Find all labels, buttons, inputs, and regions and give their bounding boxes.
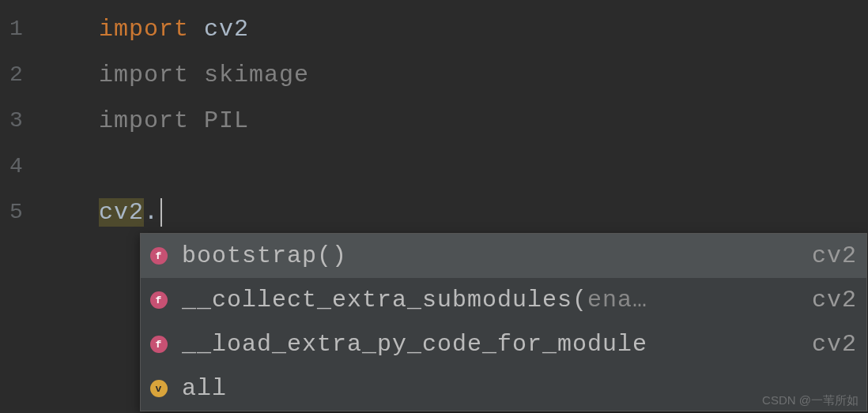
variable-icon: v — [150, 380, 168, 397]
line-number: 4 — [9, 152, 43, 197]
text-cursor — [160, 198, 162, 227]
completion-module: cv2 — [812, 331, 857, 358]
line-number: 3 — [9, 106, 43, 152]
completion-name: __collect_extra_submodules(ena… — [182, 287, 796, 314]
code-line[interactable] — [99, 152, 868, 197]
dot-operator: . — [144, 199, 159, 226]
autocomplete-item[interactable]: f bootstrap() cv2 — [141, 234, 866, 278]
autocomplete-item[interactable]: f __collect_extra_submodules(ena… cv2 — [141, 278, 866, 322]
completion-name: all — [182, 375, 841, 402]
code-line[interactable]: import skimage — [99, 60, 868, 106]
keyword-import: import — [99, 62, 189, 88]
module-name: cv2 — [204, 16, 249, 43]
completion-name: bootstrap() — [182, 242, 796, 269]
line-number: 5 — [9, 197, 43, 243]
function-icon: f — [150, 291, 168, 309]
completion-name: __load_extra_py_code_for_module — [182, 331, 796, 358]
module-name: PIL — [204, 107, 249, 134]
line-number-gutter: 1 2 3 4 5 — [0, 0, 43, 413]
line-number: 1 — [9, 14, 43, 60]
autocomplete-item[interactable]: f __load_extra_py_code_for_module cv2 — [141, 322, 866, 366]
keyword-import: import — [99, 107, 189, 134]
watermark: CSDN @一苇所如 — [762, 393, 859, 408]
function-icon: f — [150, 247, 168, 265]
autocomplete-popup[interactable]: f bootstrap() cv2 f __collect_extra_subm… — [140, 233, 867, 411]
module-name: skimage — [204, 62, 309, 88]
object-reference: cv2 — [99, 198, 144, 227]
code-line[interactable]: import PIL — [99, 106, 868, 152]
completion-module: cv2 — [812, 242, 857, 269]
completion-module: cv2 — [812, 287, 857, 314]
autocomplete-item[interactable]: v all — [141, 366, 866, 411]
function-icon: f — [150, 336, 168, 353]
line-number: 2 — [9, 60, 43, 106]
keyword-import: import — [99, 16, 189, 43]
code-line[interactable]: import cv2 — [99, 14, 868, 60]
